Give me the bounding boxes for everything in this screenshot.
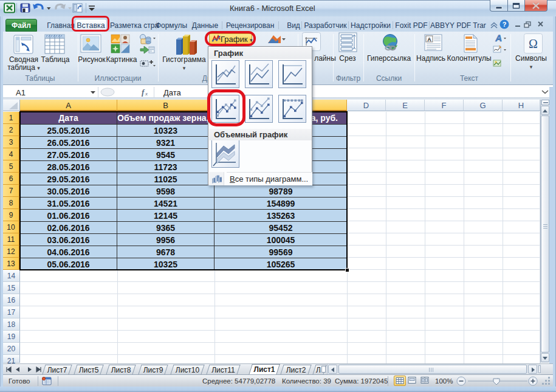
svg-text:A: A [427,36,431,43]
svg-text:Ω: Ω [529,37,538,50]
svg-text:A: A [495,33,503,43]
svg-text:?: ? [503,21,507,28]
svg-text:x: x [145,91,148,97]
